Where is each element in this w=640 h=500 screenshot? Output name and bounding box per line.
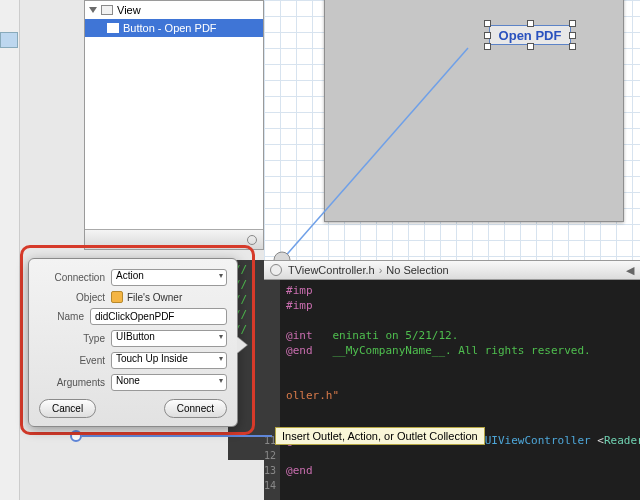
code-import: #imp bbox=[286, 284, 313, 297]
ib-button[interactable]: Open PDF bbox=[489, 25, 571, 45]
code-comment: eninati on 5/21/12. bbox=[332, 329, 458, 342]
insertion-line bbox=[82, 435, 272, 437]
resize-handle[interactable] bbox=[484, 43, 491, 50]
outline-view-label: View bbox=[117, 4, 141, 16]
label-arguments: Arguments bbox=[39, 377, 105, 388]
ib-canvas[interactable]: Open PDF bbox=[264, 0, 640, 260]
arguments-select[interactable]: None bbox=[111, 374, 227, 391]
cancel-label: Cancel bbox=[52, 403, 83, 414]
resize-handle[interactable] bbox=[569, 32, 576, 39]
name-input[interactable] bbox=[90, 308, 227, 325]
assistant-editor: TViewController.h › No Selection ◀ 11121… bbox=[264, 260, 640, 500]
ib-button-selection[interactable]: Open PDF bbox=[485, 21, 575, 49]
outline-row-view[interactable]: View bbox=[85, 1, 263, 19]
resize-handle[interactable] bbox=[569, 20, 576, 27]
jumpbar-selection[interactable]: No Selection bbox=[386, 264, 448, 276]
jump-bar[interactable]: TViewController.h › No Selection ◀ bbox=[264, 260, 640, 280]
label-name: Name bbox=[39, 311, 84, 322]
code-end2: @end bbox=[286, 464, 313, 477]
document-outline: View Button - Open PDF bbox=[84, 0, 264, 250]
connection-select[interactable]: Action bbox=[111, 269, 227, 286]
object-value-row: File's Owner bbox=[111, 291, 227, 303]
ib-button-title: Open PDF bbox=[499, 28, 562, 43]
ib-root-view[interactable]: Open PDF bbox=[324, 0, 624, 222]
related-items-icon[interactable] bbox=[270, 264, 282, 276]
label-object: Object bbox=[39, 292, 105, 303]
code-int: @int bbox=[286, 329, 313, 342]
connection-popover: Connection Action Object File's Owner Na… bbox=[28, 258, 238, 427]
resize-handle[interactable] bbox=[569, 43, 576, 50]
jumpbar-next-icon[interactable]: ◀ bbox=[626, 264, 634, 277]
label-type: Type bbox=[39, 333, 105, 344]
insertion-tooltip: Insert Outlet, Action, or Outlet Collect… bbox=[275, 427, 485, 445]
navigator-tab[interactable] bbox=[0, 32, 18, 48]
event-select[interactable]: Touch Up Inside bbox=[111, 352, 227, 369]
code-proto: ReaderViewControllerDelegate bbox=[604, 434, 640, 447]
outline-button-label: Button - Open PDF bbox=[123, 22, 217, 34]
code-comment: __MyCompanyName__. All rights reserved. bbox=[332, 344, 590, 357]
code-content[interactable]: #imp #imp @int eninati on 5/21/12. @end … bbox=[280, 280, 640, 500]
disclosure-triangle-icon[interactable] bbox=[89, 7, 97, 13]
resize-handle[interactable] bbox=[484, 20, 491, 27]
cancel-button[interactable]: Cancel bbox=[39, 399, 96, 418]
code-end: @end bbox=[286, 344, 313, 357]
jumpbar-separator: › bbox=[379, 264, 383, 276]
filter-icon[interactable] bbox=[247, 235, 257, 245]
connect-label: Connect bbox=[177, 403, 214, 414]
connect-button[interactable]: Connect bbox=[164, 399, 227, 418]
resize-handle[interactable] bbox=[527, 43, 534, 50]
event-value: Touch Up Inside bbox=[116, 353, 188, 364]
resize-handle[interactable] bbox=[484, 32, 491, 39]
button-icon bbox=[107, 23, 119, 33]
resize-handle[interactable] bbox=[527, 20, 534, 27]
type-select[interactable]: UIButton bbox=[111, 330, 227, 347]
code-import: #imp bbox=[286, 299, 313, 312]
label-event: Event bbox=[39, 355, 105, 366]
code-editor[interactable]: 11121314 #imp #imp @int eninati on 5/21/… bbox=[264, 280, 640, 500]
code-super: UIViewController bbox=[485, 434, 591, 447]
jumpbar-file[interactable]: TViewController.h bbox=[288, 264, 375, 276]
tooltip-text: Insert Outlet, Action, or Outlet Collect… bbox=[282, 430, 478, 442]
connection-value: Action bbox=[116, 270, 144, 281]
type-value: UIButton bbox=[116, 331, 155, 342]
arguments-value: None bbox=[116, 375, 140, 386]
line-gutter: 11121314 bbox=[264, 280, 280, 500]
outline-row-button[interactable]: Button - Open PDF bbox=[85, 19, 263, 37]
code-string: oller.h" bbox=[286, 389, 339, 402]
files-owner-icon bbox=[111, 291, 123, 303]
object-value: File's Owner bbox=[127, 292, 182, 303]
navigator-stub bbox=[0, 0, 20, 500]
view-icon bbox=[101, 5, 113, 15]
label-connection: Connection bbox=[39, 272, 105, 283]
